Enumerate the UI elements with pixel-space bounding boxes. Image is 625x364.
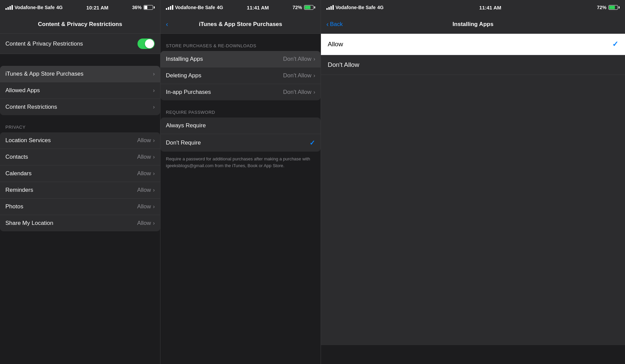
panel-content-privacy: Vodafone-Be Safe 4G 10:21 AM 36% Content…: [0, 0, 160, 364]
panel2-title: iTunes & App Store Purchases: [199, 21, 282, 28]
network-type: 4G: [217, 5, 223, 10]
contacts-item[interactable]: Contacts Allow ›: [0, 149, 160, 165]
dont-allow-option[interactable]: Don't Allow: [321, 55, 625, 75]
battery-icon: [144, 5, 155, 10]
carrier-label: Vodafone-Be Safe: [175, 5, 215, 10]
calendars-item[interactable]: Calendars Allow ›: [0, 165, 160, 182]
chevron-icon: ›: [153, 104, 155, 110]
nav-bar-panel2: ‹ iTunes & App Store Purchases: [160, 15, 321, 34]
network-type: 4G: [377, 5, 384, 10]
content-restrictions-item[interactable]: Content Restrictions ›: [0, 99, 160, 115]
battery-percent: 36%: [132, 5, 142, 10]
back-chevron-icon: ‹: [326, 20, 329, 28]
allowed-apps-item[interactable]: Allowed Apps ›: [0, 82, 160, 99]
chevron-icon: ›: [153, 87, 155, 94]
chevron-icon: ›: [314, 89, 315, 95]
dont-require-item[interactable]: Don't Require ✓: [160, 134, 321, 152]
share-location-item[interactable]: Share My Location Allow ›: [0, 215, 160, 231]
main-list-group: iTunes & App Store Purchases › Allowed A…: [0, 66, 160, 115]
inapp-purchases-item[interactable]: In-app Purchases Don't Allow ›: [160, 84, 321, 100]
chevron-icon: ›: [153, 220, 155, 226]
allow-checkmark-icon: ✓: [612, 40, 618, 49]
chevron-icon: ›: [153, 154, 155, 160]
panel2-scroll[interactable]: STORE PURCHASES & RE-DOWNLOADS Installin…: [160, 34, 321, 364]
chevron-icon: ›: [153, 71, 155, 77]
carrier-label: Vodafone-Be Safe: [335, 5, 376, 10]
status-bar-panel3: Vodafone-Be Safe 4G 11:41 AM 72%: [321, 0, 625, 15]
password-section-header: REQUIRE PASSWORD: [160, 100, 321, 118]
reminders-item[interactable]: Reminders Allow ›: [0, 182, 160, 199]
chevron-icon: ›: [153, 204, 155, 210]
back-label: Back: [330, 21, 343, 28]
itunes-purchases-item[interactable]: iTunes & App Store Purchases ›: [0, 66, 160, 82]
photos-item[interactable]: Photos Allow ›: [0, 199, 160, 215]
nav-bar-panel3: ‹ Back Installing Apps: [321, 15, 625, 34]
battery-icon: [304, 5, 315, 10]
content-restrictions-label: Content Restrictions: [5, 104, 57, 110]
time-label: 11:41 AM: [479, 5, 501, 10]
chevron-icon: ›: [314, 56, 315, 62]
chevron-icon: ›: [153, 187, 155, 193]
battery-percent: 72%: [597, 5, 606, 10]
signal-icon: [326, 5, 334, 10]
deleting-apps-item[interactable]: Deleting Apps Don't Allow ›: [160, 68, 321, 84]
time-label: 10:21 AM: [86, 5, 108, 10]
itunes-label: iTunes & App Store Purchases: [5, 71, 83, 77]
back-button-panel3[interactable]: ‹ Back: [326, 20, 343, 28]
gap1: [0, 54, 160, 66]
checkmark-icon: ✓: [309, 139, 315, 147]
carrier-label: Vodafone-Be Safe: [15, 5, 55, 10]
chevron-icon: ›: [153, 171, 155, 177]
store-list-group: Installing Apps Don't Allow › Deleting A…: [160, 51, 321, 100]
status-bar-panel2: Vodafone-Be Safe 4G 11:41 AM 72%: [160, 0, 321, 15]
chevron-icon: ›: [314, 73, 315, 79]
battery-icon: [608, 5, 620, 10]
toggle-label: Content & Privacy Restrictions: [5, 41, 83, 47]
chevron-icon: ›: [153, 137, 155, 144]
password-list-group: Always Require Don't Require ✓: [160, 118, 321, 152]
location-services-item[interactable]: Location Services Allow ›: [0, 132, 160, 149]
allow-label: Allow: [328, 41, 343, 48]
signal-icon: [166, 5, 173, 10]
back-button-panel2[interactable]: ‹: [166, 20, 170, 28]
panel3-title: Installing Apps: [452, 21, 493, 28]
panel1-scroll[interactable]: Content & Privacy Restrictions iTunes & …: [0, 34, 160, 364]
privacy-section-header: PRIVACY: [0, 115, 160, 132]
toggle-row: Content & Privacy Restrictions: [0, 34, 160, 54]
installing-apps-item[interactable]: Installing Apps Don't Allow ›: [160, 51, 321, 68]
content-privacy-toggle[interactable]: [138, 38, 155, 49]
panel3-background: [321, 75, 625, 345]
signal-icon: [5, 5, 13, 10]
panel-itunes-purchases: Vodafone-Be Safe 4G 11:41 AM 72% ‹ iTune…: [160, 0, 321, 364]
time-label: 11:41 AM: [247, 5, 269, 10]
privacy-list-group: Location Services Allow › Contacts Allow…: [0, 132, 160, 231]
network-type: 4G: [56, 5, 63, 10]
battery-percent: 72%: [293, 5, 302, 10]
store-section-header: STORE PURCHASES & RE-DOWNLOADS: [160, 34, 321, 51]
password-footer: Require a password for additional purcha…: [160, 152, 321, 173]
dont-allow-label: Don't Allow: [328, 61, 359, 69]
panel-installing-apps: Vodafone-Be Safe 4G 11:41 AM 72% ‹ Back …: [321, 0, 625, 364]
panel1-title: Content & Privacy Restrictions: [38, 21, 122, 28]
allowed-apps-label: Allowed Apps: [5, 87, 40, 94]
always-require-item[interactable]: Always Require: [160, 118, 321, 134]
panel3-scroll: Allow ✓ Don't Allow: [321, 34, 625, 364]
back-chevron-icon: ‹: [166, 20, 168, 28]
allow-option[interactable]: Allow ✓: [321, 34, 625, 55]
nav-bar-panel1: Content & Privacy Restrictions: [0, 15, 160, 34]
status-bar-panel1: Vodafone-Be Safe 4G 10:21 AM 36%: [0, 0, 160, 15]
